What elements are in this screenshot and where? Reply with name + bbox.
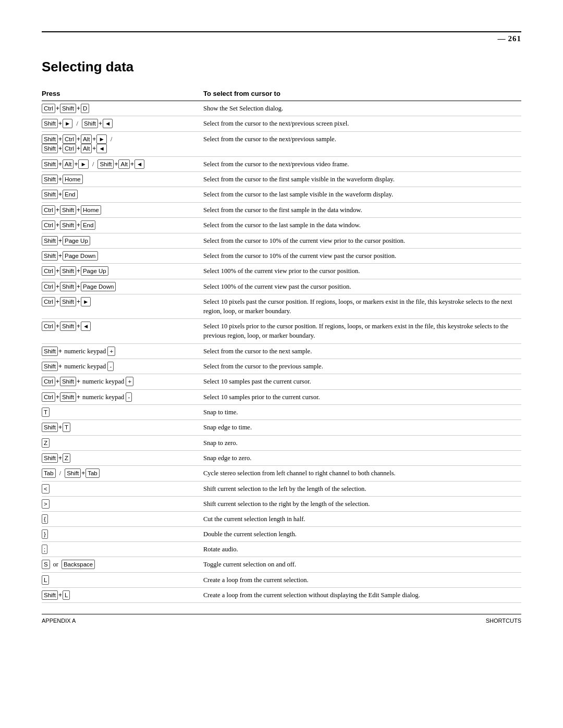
shortcut-description: Cycle stereo selection from left channel… (203, 466, 521, 481)
table-row: Shift+TSnap edge to time. (42, 420, 521, 435)
shortcut-keys: Ctrl+Shift+► (42, 294, 203, 319)
footer-right: SHORTCUTS (486, 618, 521, 624)
shortcut-description: Select from the cursor to the previous s… (203, 359, 521, 374)
shortcut-keys: Ctrl+Shift+ numeric keypad - (42, 389, 203, 404)
shortcut-keys: L (42, 572, 203, 587)
shortcut-keys: Shift+Ctrl+Alt+► /Shift+Ctrl+Alt+◄ (42, 131, 203, 156)
section-title: Selecting data (42, 59, 521, 75)
table-row: }Double the current selection length. (42, 526, 521, 541)
table-row: Ctrl+Shift+Page DownSelect 100% of the c… (42, 279, 521, 294)
shortcut-description: Create a loop from the current selection… (203, 572, 521, 587)
table-row: Shift+ numeric keypad +Select from the c… (42, 343, 521, 359)
shortcut-description: Select from the cursor to the first samp… (203, 202, 521, 217)
shortcut-description: Select from the cursor to the next sampl… (203, 343, 521, 359)
shortcut-keys: } (42, 526, 203, 541)
shortcut-keys: Shift+ numeric keypad - (42, 359, 203, 374)
col-description: To select from cursor to (203, 88, 521, 101)
table-row: Shift+ZSnap edge to zero. (42, 450, 521, 465)
shortcut-description: Cut the current selection length in half… (203, 511, 521, 526)
shortcut-description: Select from the cursor to the next/previ… (203, 131, 521, 156)
shortcut-keys: Ctrl+Shift+◄ (42, 319, 203, 343)
page-number: 261 (498, 34, 522, 43)
shortcut-description: Snap edge to time. (203, 420, 521, 435)
shortcut-description: Select from the cursor to the last sampl… (203, 218, 521, 233)
shortcut-description: Toggle current selection on and off. (203, 557, 521, 572)
table-row: <Shift current selection to the left by … (42, 481, 521, 496)
table-row: Ctrl+Shift+Page UpSelect 100% of the cur… (42, 264, 521, 279)
shortcut-description: Show the Set Selection dialog. (203, 101, 521, 116)
table-row: Shift+Ctrl+Alt+► /Shift+Ctrl+Alt+◄Select… (42, 131, 521, 156)
shortcut-description: Select 10 samples past the current curso… (203, 374, 521, 389)
shortcut-keys: Shift+L (42, 587, 203, 602)
table-row: Shift+EndSelect from the cursor to the l… (42, 187, 521, 202)
shortcut-keys: Ctrl+Shift+Home (42, 202, 203, 217)
shortcut-description: Create a loop from the current selection… (203, 587, 521, 602)
shortcut-description: Select from the cursor to the next/previ… (203, 116, 521, 131)
table-row: {Cut the current selection length in hal… (42, 511, 521, 526)
shortcut-keys: Ctrl+Shift+ numeric keypad + (42, 374, 203, 389)
table-row: Shift+HomeSelect from the cursor to the … (42, 171, 521, 187)
shortcut-keys: Z (42, 435, 203, 450)
shortcut-keys: > (42, 496, 203, 511)
table-row: Ctrl+Shift+EndSelect from the cursor to … (42, 218, 521, 233)
shortcut-description: Rotate audio. (203, 542, 521, 557)
table-row: S or BackspaceToggle current selection o… (42, 557, 521, 572)
table-row: Shift+ numeric keypad -Select from the c… (42, 359, 521, 374)
shortcut-description: Select 100% of the current view prior to… (203, 264, 521, 279)
shortcut-keys: Shift+ numeric keypad + (42, 343, 203, 359)
shortcut-keys: < (42, 481, 203, 496)
shortcut-description: Select 10 pixels prior to the cursor pos… (203, 319, 521, 343)
table-row: Ctrl+Shift+ numeric keypad +Select 10 sa… (42, 374, 521, 389)
table-row: ZSnap to zero. (42, 435, 521, 450)
top-bar: 261 (42, 31, 521, 43)
shortcut-keys: Ctrl+Shift+Page Up (42, 264, 203, 279)
shortcut-keys: ; (42, 542, 203, 557)
table-row: Ctrl+Shift+HomeSelect from the cursor to… (42, 202, 521, 217)
shortcut-keys: S or Backspace (42, 557, 203, 572)
footer-left: APPENDIX A (42, 618, 76, 624)
shortcut-keys: Shift+End (42, 187, 203, 202)
table-row: Shift+LCreate a loop from the current se… (42, 587, 521, 602)
table-row: Ctrl+Shift+ numeric keypad -Select 10 sa… (42, 389, 521, 404)
shortcut-description: Select from the cursor to the next/previ… (203, 156, 521, 171)
page-container: 261 Selecting data Press To select from … (0, 0, 563, 645)
table-row: Tab / Shift+TabCycle stereo selection fr… (42, 466, 521, 481)
shortcut-keys: Ctrl+Shift+D (42, 101, 203, 116)
shortcut-description: Snap edge to zero. (203, 450, 521, 465)
shortcut-description: Select 10 pixels past the cursor positio… (203, 294, 521, 319)
table-row: Ctrl+Shift+DShow the Set Selection dialo… (42, 101, 521, 116)
shortcut-keys: Shift+Alt+► / Shift+Alt+◄ (42, 156, 203, 171)
shortcut-keys: Shift+Page Down (42, 248, 203, 263)
col-press: Press (42, 88, 203, 101)
table-row: ;Rotate audio. (42, 542, 521, 557)
shortcut-description: Snap to zero. (203, 435, 521, 450)
shortcut-keys: Shift+► / Shift+◄ (42, 116, 203, 131)
shortcut-keys: { (42, 511, 203, 526)
table-row: Ctrl+Shift+◄Select 10 pixels prior to th… (42, 319, 521, 343)
table-row: >Shift current selection to the right by… (42, 496, 521, 511)
shortcut-keys: Ctrl+Shift+Page Down (42, 279, 203, 294)
shortcut-keys: T (42, 405, 203, 420)
shortcut-description: Shift current selection to the right by … (203, 496, 521, 511)
shortcut-description: Select from the cursor to 10% of the cur… (203, 248, 521, 263)
shortcut-description: Shift current selection to the left by t… (203, 481, 521, 496)
shortcut-description: Select from the cursor to 10% of the cur… (203, 233, 521, 248)
footer: APPENDIX A SHORTCUTS (42, 614, 521, 624)
shortcut-keys: Shift+T (42, 420, 203, 435)
shortcut-description: Select 100% of the current view past the… (203, 279, 521, 294)
shortcut-keys: Shift+Z (42, 450, 203, 465)
shortcut-description: Double the current selection length. (203, 526, 521, 541)
table-row: Shift+Alt+► / Shift+Alt+◄Select from the… (42, 156, 521, 171)
shortcut-description: Select 10 samples prior to the current c… (203, 389, 521, 404)
shortcut-keys: Shift+Page Up (42, 233, 203, 248)
table-row: Shift+Page UpSelect from the cursor to 1… (42, 233, 521, 248)
shortcut-description: Select from the cursor to the last sampl… (203, 187, 521, 202)
table-row: TSnap to time. (42, 405, 521, 420)
shortcut-description: Select from the cursor to the first samp… (203, 171, 521, 187)
shortcut-keys: Tab / Shift+Tab (42, 466, 203, 481)
table-row: Shift+Page DownSelect from the cursor to… (42, 248, 521, 263)
shortcut-keys: Ctrl+Shift+End (42, 218, 203, 233)
shortcut-description: Snap to time. (203, 405, 521, 420)
shortcut-table: Press To select from cursor to Ctrl+Shif… (42, 88, 521, 603)
table-row: LCreate a loop from the current selectio… (42, 572, 521, 587)
